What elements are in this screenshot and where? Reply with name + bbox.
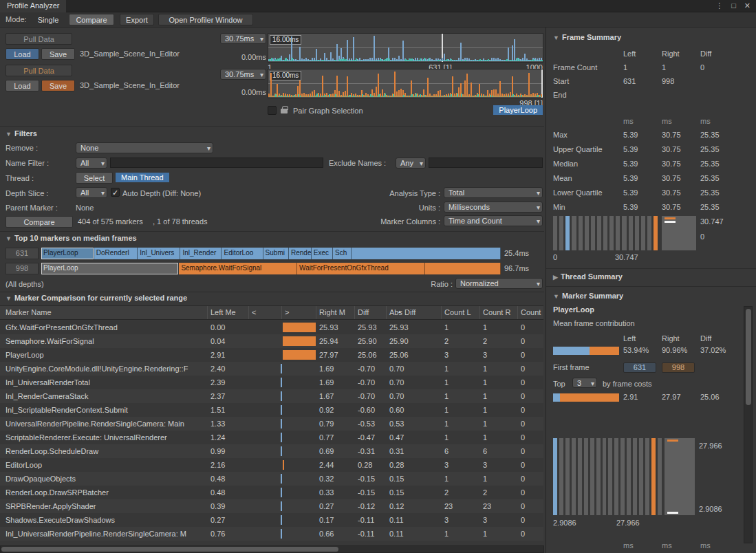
exclude-mode-dropdown[interactable]: Any ▾ — [396, 158, 426, 169]
kebab-menu-icon[interactable]: ⋮ — [715, 1, 723, 10]
load-right-button[interactable]: Load — [6, 80, 39, 91]
table-row[interactable]: Inl_ScriptableRenderContext.Submit1.510.… — [0, 403, 543, 417]
analysis-type-dropdown[interactable]: Total ▾ — [444, 187, 543, 198]
table-row[interactable]: Semaphore.WaitForSignal0.0425.9425.9025.… — [0, 334, 543, 348]
filters-header[interactable]: ▼Filters — [6, 129, 37, 138]
vertical-scrollbar-thumb[interactable] — [746, 309, 751, 405]
horizontal-scrollbar[interactable] — [0, 545, 544, 553]
frame-summary-stats: Max5.3930.7525.35Upper Quartile5.3930.75… — [553, 128, 754, 215]
top10-segment[interactable]: EditorLoo — [222, 248, 263, 259]
table-row[interactable]: UniversalRenderPipeline.RenderSingleCame… — [0, 417, 543, 431]
table-row[interactable]: Shadows.ExecuteDrawShadows0.270.17-0.110… — [0, 513, 543, 527]
horizontal-scrollbar-thumb[interactable] — [1, 547, 338, 552]
marker-summary-header[interactable]: ▼Marker Summary — [553, 292, 623, 300]
pair-graph-selection-checkbox[interactable] — [268, 106, 277, 115]
top10-segment[interactable] — [352, 248, 501, 259]
exclude-names-input[interactable] — [429, 158, 543, 168]
right-frame-graph[interactable]: 16.00ms — [268, 69, 543, 98]
pair-graph-selection-label: Pair Graph Selection — [293, 107, 363, 115]
right-graph-scale-dropdown[interactable]: 30.75ms ▾ — [220, 69, 266, 80]
top10-segment[interactable]: Semaphore.WaitForSignal — [179, 263, 297, 274]
count-diff-cell: 0 — [518, 334, 543, 348]
thread-label: Thread : — [6, 174, 34, 182]
first-frame-right-button[interactable]: 998 — [662, 362, 695, 373]
col-count-left[interactable]: Count L — [442, 306, 480, 319]
window-tab[interactable]: Profile Analyzer — [0, 0, 66, 12]
thread-summary-header[interactable]: ▶Thread Summary — [553, 272, 623, 281]
frame-summary-range-box[interactable] — [662, 216, 696, 250]
marker-summary-range-box[interactable] — [665, 438, 695, 515]
col-count-diff[interactable]: Count D — [518, 306, 543, 319]
table-row[interactable]: DrawOpaqueObjects0.480.32-0.150.15110 — [0, 472, 543, 486]
save-left-button[interactable]: Save — [41, 48, 75, 60]
table-row[interactable]: RenderLoop.ScheduleDraw0.990.69-0.310.31… — [0, 444, 543, 458]
frame-summary-histogram[interactable] — [553, 216, 658, 250]
mode-single-button[interactable]: Single — [30, 14, 66, 25]
col-right-bar[interactable]: > — [282, 306, 316, 319]
top10-segment[interactable] — [425, 263, 501, 274]
frame-hist-box-bottom-label: 0 — [700, 232, 704, 241]
pull-data-right-button[interactable]: Pull Data — [6, 65, 72, 76]
table-row[interactable]: Gfx.WaitForPresentOnGfxThread0.0025.9325… — [0, 321, 543, 334]
ratio-dropdown[interactable]: Normalized ▾ — [455, 278, 543, 289]
top10-segment[interactable]: PlayerLoop — [41, 248, 94, 259]
left-graph-scale-dropdown[interactable]: 30.75ms ▾ — [220, 33, 266, 44]
top10-segment[interactable]: WaitForPresentOnGfxThread — [297, 263, 425, 274]
load-left-button[interactable]: Load — [6, 48, 39, 60]
top10-segment[interactable]: Inl_Render — [180, 248, 222, 259]
top10-segment[interactable]: DoRenderl — [94, 248, 138, 259]
pull-data-left-button[interactable]: Pull Data — [6, 33, 72, 45]
table-row[interactable]: Inl_UniversalRenderPipeline.RenderSingle… — [0, 527, 543, 541]
open-profiler-window-button[interactable]: Open Profiler Window — [158, 14, 253, 25]
units-dropdown[interactable]: Milliseconds ▾ — [444, 202, 543, 213]
maximize-icon[interactable]: □ — [731, 1, 736, 10]
table-row[interactable]: Inl_UniversalRenderTotal2.391.69-0.700.7… — [0, 376, 543, 389]
top10-segment[interactable]: Exec — [312, 248, 333, 259]
vertical-scrollbar[interactable] — [744, 306, 753, 543]
col-diff[interactable]: Diff — [355, 306, 387, 319]
table-row[interactable]: ScriptableRenderer.Execute: UniversalRen… — [0, 431, 543, 444]
close-icon[interactable]: ✕ — [744, 1, 750, 10]
col-abs-diff[interactable]: ▲Abs Diff — [387, 306, 442, 319]
col-marker-name[interactable]: Marker Name — [0, 306, 208, 319]
table-row[interactable]: PlayerLoop2.9127.9725.0625.06330 — [0, 348, 543, 362]
comparison-header[interactable]: ▼Marker Comparison for currently selecte… — [6, 294, 187, 302]
depth-slice-dropdown[interactable]: All ▾ — [76, 187, 107, 198]
stat-left: 631 — [623, 74, 662, 88]
top10-segment[interactable]: Inl_Univers — [138, 248, 180, 259]
top10-segment[interactable]: Rende — [289, 248, 312, 259]
table-row[interactable]: EditorLoop2.162.440.280.28330 — [0, 458, 543, 472]
top10-segment[interactable]: Submi — [263, 248, 289, 259]
name-filter-input[interactable] — [110, 158, 323, 168]
marker-summary-histogram[interactable] — [553, 438, 662, 515]
save-right-button[interactable]: Save — [41, 80, 75, 91]
first-frame-left-button[interactable]: 631 — [623, 362, 656, 373]
top10-segment[interactable]: Sch — [333, 248, 352, 259]
thread-select-button[interactable]: Select — [76, 172, 113, 184]
table-row[interactable]: RenderLoop.DrawSRPBatcher0.480.33-0.150.… — [0, 486, 543, 499]
col-left-bar[interactable]: < — [249, 306, 282, 319]
marker-columns-dropdown[interactable]: Time and Count ▾ — [444, 215, 543, 226]
table-row[interactable]: SRPBRender.ApplyShader0.390.27-0.120.122… — [0, 499, 543, 513]
top10-header[interactable]: ▼Top 10 markers on median frames — [6, 234, 137, 242]
name-filter-mode-dropdown[interactable]: All ▾ — [76, 158, 107, 169]
col-left-mean[interactable]: Left Me — [208, 306, 249, 319]
left-frame-graph[interactable]: 16.00ms — [268, 33, 543, 63]
auto-depth-checkbox[interactable]: ✓ — [111, 188, 120, 197]
left-value-tick — [667, 512, 678, 514]
right-graph-min-label: 0.00ms — [220, 88, 266, 96]
foldout-closed-icon: ▶ — [553, 274, 558, 281]
count-right-cell: 3 — [480, 458, 518, 472]
col-right-mean[interactable]: Right M — [316, 306, 355, 319]
histogram-bucket-gray — [645, 438, 649, 515]
compare-button[interactable]: Compare — [6, 216, 73, 228]
mode-compare-button[interactable]: Compare — [69, 14, 114, 25]
table-row[interactable]: Inl_RenderCameraStack2.371.67-0.700.7011… — [0, 389, 543, 403]
frame-summary-header[interactable]: ▼Frame Summary — [553, 33, 621, 41]
top10-segment[interactable]: PlayerLoop — [41, 263, 179, 274]
top-n-dropdown[interactable]: 3 ▾ — [572, 378, 597, 388]
remove-dropdown[interactable]: None ▾ — [76, 142, 213, 153]
table-row[interactable]: UnityEngine.CoreModule.dll!UnityEngine.R… — [0, 362, 543, 376]
export-button[interactable]: Export — [120, 14, 154, 25]
col-count-right[interactable]: Count R — [480, 306, 518, 319]
